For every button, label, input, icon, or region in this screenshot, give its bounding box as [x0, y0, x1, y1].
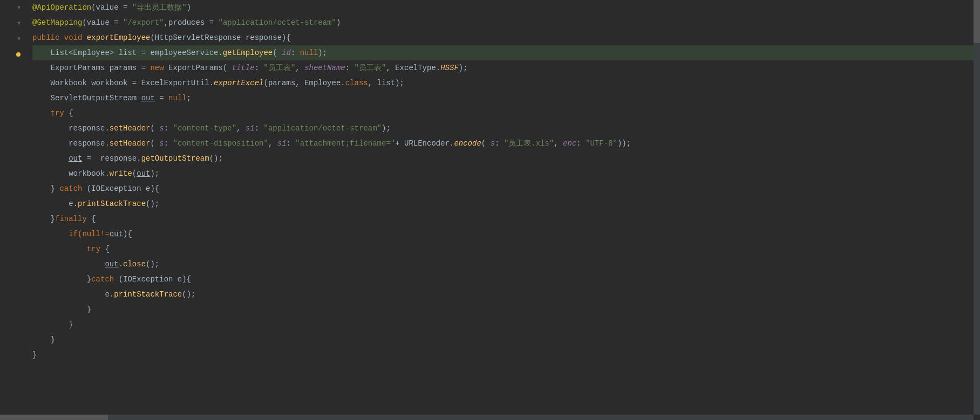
line-number-13 — [21, 183, 23, 198]
line-number-23 — [21, 334, 23, 349]
annotation-apioperation: @ApiOperation — [32, 0, 91, 15]
code-line-22: } — [32, 317, 980, 332]
line-number-4 — [16, 47, 23, 62]
code-line-21: } — [32, 302, 980, 317]
fold-icon-2[interactable]: ▼ — [17, 20, 21, 26]
line-number-21 — [21, 304, 23, 319]
line-number-5 — [21, 62, 23, 77]
code-line-16: if(null!=out){ — [32, 226, 980, 242]
vertical-scrollbar-thumb[interactable] — [974, 0, 980, 43]
code-line-23: } — [32, 332, 980, 347]
line-number-14 — [21, 198, 23, 213]
code-line-18: out.close(); — [32, 257, 980, 272]
line-number-7 — [21, 92, 23, 107]
line-number-12 — [21, 168, 23, 183]
code-line-12: workbook.write(out); — [32, 166, 980, 181]
annotation-getmapping: @GetMapping — [32, 15, 82, 30]
warning-dot — [16, 52, 21, 57]
code-line-6: Workbook workbook = ExcelExportUtil.expo… — [32, 75, 980, 91]
horizontal-scrollbar-thumb[interactable] — [0, 415, 108, 420]
horizontal-scrollbar[interactable] — [0, 415, 974, 420]
line-number-3: ▼ — [17, 31, 23, 47]
line-number-16 — [21, 228, 23, 243]
code-line-11: out = response.getOutputStream(); — [32, 151, 980, 166]
code-line-14: e.printStackTrace(); — [32, 196, 980, 211]
code-container: ▼ ▼ ▼ — [0, 0, 980, 420]
code-line-24: } — [32, 347, 980, 362]
line-number-18 — [21, 258, 23, 273]
line-number-17 — [21, 243, 23, 258]
code-line-15: }finally { — [32, 211, 980, 226]
code-line-5: ExportParams params = new ExportParams( … — [32, 60, 980, 75]
line-number-19 — [21, 273, 23, 288]
code-line-7: ServletOutputStream out = null; — [32, 91, 980, 106]
code-line-1: @ApiOperation(value = "导出员工数据") — [32, 0, 980, 15]
line-number-1: ▼ — [17, 0, 23, 16]
line-number-22 — [21, 319, 23, 334]
line-number-9 — [21, 122, 23, 137]
line-number-15 — [21, 213, 23, 228]
code-line-8: try { — [32, 106, 980, 121]
code-line-3: public void exportEmployee(HttpServletRe… — [32, 30, 980, 45]
code-line-2: @GetMapping(value = "/export",produces =… — [32, 15, 980, 30]
code-line-4: List<Employee> list = employeeService.ge… — [32, 45, 980, 60]
line-number-20 — [21, 288, 23, 304]
code-editor: ▼ ▼ ▼ — [0, 0, 980, 420]
line-number-10 — [21, 137, 23, 153]
vertical-scrollbar[interactable] — [974, 0, 980, 415]
gutter: ▼ ▼ ▼ — [0, 0, 27, 420]
line-number-6 — [21, 77, 23, 92]
line-number-11 — [21, 153, 23, 168]
fold-icon-1[interactable]: ▼ — [17, 5, 21, 11]
code-line-13: } catch (IOException e){ — [32, 181, 980, 196]
code-line-19: }catch (IOException e){ — [32, 272, 980, 287]
code-line-10: response.setHeader( s: "content-disposit… — [32, 136, 980, 151]
code-line-17: try { — [32, 242, 980, 257]
fold-icon-3[interactable]: ▼ — [17, 36, 21, 42]
line-number-8 — [21, 107, 23, 122]
code-area: @ApiOperation(value = "导出员工数据") @GetMapp… — [27, 0, 980, 420]
code-line-20: e.printStackTrace(); — [32, 287, 980, 302]
line-number-2: ▼ — [17, 16, 23, 31]
code-line-9: response.setHeader( s: "content-type", s… — [32, 121, 980, 136]
